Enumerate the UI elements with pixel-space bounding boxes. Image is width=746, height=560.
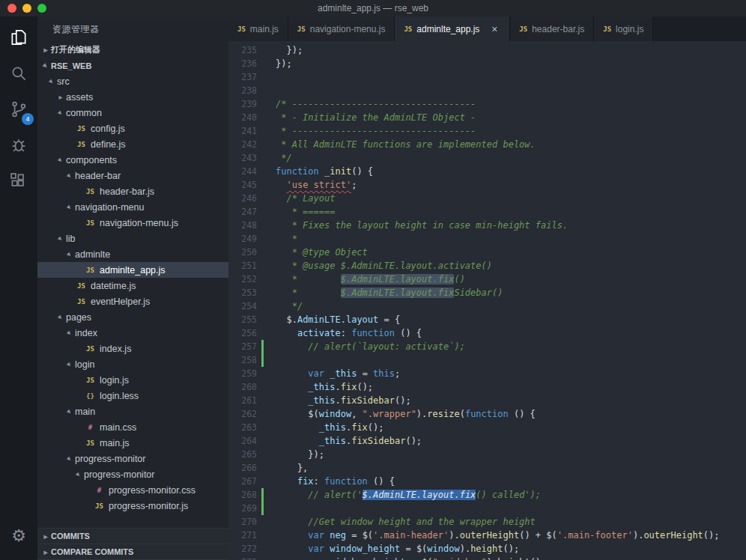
editor-tab-main.js[interactable]: JSmain.js	[228, 16, 288, 41]
tree-folder-progress-monitor[interactable]: ▸progress-monitor	[37, 466, 228, 482]
code-line-267[interactable]: 267 fix: function () {	[228, 475, 746, 488]
tree-file-navigation-menu.js[interactable]: JSnavigation-menu.js	[37, 215, 228, 231]
code-line-241[interactable]: 241 * ----------------------------------	[228, 124, 746, 138]
tree-folder-pages[interactable]: ▸pages	[37, 309, 228, 325]
code-line-260[interactable]: 260 _this.fix();	[228, 380, 746, 394]
code-text: */	[276, 151, 292, 165]
tree-folder-components[interactable]: ▸components	[37, 152, 228, 168]
open-editors-section-header[interactable]: ▸ 打开的编辑器	[37, 42, 228, 58]
close-window-button[interactable]	[7, 4, 16, 13]
code-line-272[interactable]: 272 var window_height = $(window).height…	[228, 542, 746, 556]
tree-item-label: navigation-menu.js	[100, 218, 178, 228]
tree-file-eventHelper.js[interactable]: JSeventHelper.js	[37, 293, 228, 309]
code-line-247[interactable]: 247 * ======	[228, 205, 746, 219]
code-line-249[interactable]: 249 *	[228, 232, 746, 246]
workspace-section-header[interactable]: ▸ RSE_WEB	[37, 58, 228, 73]
tree-folder-main[interactable]: ▸main	[37, 404, 228, 419]
code-line-244[interactable]: 244function _init() {	[228, 165, 746, 178]
code-line-259[interactable]: 259 var _this = this;	[228, 367, 746, 380]
code-line-246[interactable]: 246 /* Layout	[228, 192, 746, 205]
code-line-253[interactable]: 253 * $.AdminLTE.layout.fixSidebar()	[228, 286, 746, 299]
code-line-271[interactable]: 271 var neg = $('.main-header').outerHei…	[228, 529, 746, 542]
code-line-242[interactable]: 242 * All AdminLTE functions are impleme…	[228, 138, 746, 151]
settings-button[interactable]: ⚙	[0, 518, 37, 554]
tree-folder-login[interactable]: ▸login	[37, 356, 228, 372]
code-line-262[interactable]: 262 $(window, ".wrapper").resize(functio…	[228, 407, 746, 421]
editor-tab-header-bar.js[interactable]: JSheader-bar.js	[510, 16, 594, 41]
code-line-266[interactable]: 266 },	[228, 461, 746, 475]
code-line-257[interactable]: 257 // alert(`layout: activate`);	[228, 340, 746, 353]
code-line-255[interactable]: 255 $.AdminLTE.layout = {	[228, 313, 746, 326]
commits-section-header[interactable]: ▸ COMMITS	[37, 529, 228, 544]
code-line-248[interactable]: 248 * Fixes the layout height in case mi…	[228, 219, 746, 232]
js-file-icon: JS	[75, 298, 88, 305]
code-line-265[interactable]: 265 });	[228, 448, 746, 461]
code-line-264[interactable]: 264 _this.fixSidebar();	[228, 434, 746, 448]
tree-folder-navigation-menu[interactable]: ▸navigation-menu	[37, 199, 228, 215]
code-editor[interactable]: 235 });236});237238239/* ---------------…	[228, 41, 746, 560]
code-line-243[interactable]: 243 */	[228, 151, 746, 165]
explorer-activity-button[interactable]	[0, 21, 37, 57]
tree-folder-src[interactable]: ▸src	[37, 73, 228, 89]
gutter-decoration	[261, 367, 264, 380]
extensions-activity-button[interactable]	[0, 165, 37, 201]
editor-tab-adminlte_app.js[interactable]: JSadminlte_app.js×	[395, 16, 510, 41]
minimize-window-button[interactable]	[22, 4, 31, 13]
code-text: *	[276, 232, 297, 246]
code-line-250[interactable]: 250 * @type Object	[228, 246, 746, 259]
search-activity-button[interactable]	[0, 57, 37, 93]
tree-folder-assets[interactable]: ▸assets	[37, 89, 228, 105]
code-line-236[interactable]: 236});	[228, 57, 746, 70]
gutter-decoration	[261, 461, 264, 475]
tree-file-config.js[interactable]: JSconfig.js	[37, 121, 228, 136]
tree-file-datetime.js[interactable]: JSdatetime.js	[37, 278, 228, 293]
tree-item-label: header-bar	[75, 171, 121, 181]
tree-file-login.less[interactable]: {}login.less	[37, 388, 228, 404]
line-number: 261	[228, 394, 257, 407]
tree-file-header-bar.js[interactable]: JSheader-bar.js	[37, 183, 228, 199]
tree-file-main.css[interactable]: #main.css	[37, 419, 228, 435]
line-number: 239	[228, 97, 257, 111]
code-text: $(window, ".wrapper").resize(function ()…	[276, 407, 536, 421]
code-line-252[interactable]: 252 * $.AdminLTE.layout.fix()	[228, 273, 746, 286]
code-line-245[interactable]: 245 'use strict';	[228, 178, 746, 192]
tree-file-progress-monitor.js[interactable]: JSprogress-monitor.js	[37, 498, 228, 514]
tree-file-adminlte_app.js[interactable]: JSadminlte_app.js	[37, 262, 228, 278]
editor-tab-navigation-menu.js[interactable]: JSnavigation-menu.js	[288, 16, 395, 41]
tree-folder-common[interactable]: ▸common	[37, 105, 228, 121]
code-line-273[interactable]: 273 var sidebar_height = $(".sidebar").h…	[228, 556, 746, 560]
code-line-239[interactable]: 239/* ----------------------------------	[228, 97, 746, 111]
gutter-decoration	[261, 97, 264, 111]
code-line-240[interactable]: 240 * - Initialize the AdminLTE Object -	[228, 111, 746, 124]
tree-file-main.js[interactable]: JSmain.js	[37, 435, 228, 451]
code-line-268[interactable]: 268 // alert('$.AdminLTE.layout.fix() ca…	[228, 488, 746, 502]
code-line-235[interactable]: 235 });	[228, 43, 746, 57]
code-line-256[interactable]: 256 activate: function () {	[228, 326, 746, 340]
source-control-activity-button[interactable]: 4	[0, 93, 37, 129]
tree-file-progress-monitor.css[interactable]: #progress-monitor.css	[37, 482, 228, 498]
tree-folder-lib[interactable]: ▸lib	[37, 231, 228, 246]
tree-folder-adminlte[interactable]: ▸adminlte	[37, 246, 228, 262]
tree-file-define.js[interactable]: JSdefine.js	[37, 136, 228, 152]
code-line-238[interactable]: 238	[228, 84, 746, 97]
tree-folder-index[interactable]: ▸index	[37, 325, 228, 341]
tree-file-index.js[interactable]: JSindex.js	[37, 341, 228, 356]
zoom-window-button[interactable]	[37, 4, 46, 13]
editor-tab-login.js[interactable]: JSlogin.js	[594, 16, 653, 41]
code-text: // alert(`layout: activate`);	[276, 340, 465, 353]
code-text: _this.fixSidebar();	[276, 434, 422, 448]
tree-folder-header-bar[interactable]: ▸header-bar	[37, 168, 228, 183]
code-line-263[interactable]: 263 _this.fix();	[228, 421, 746, 434]
compare-commits-section-header[interactable]: ▸ COMPARE COMMITS	[37, 544, 228, 560]
code-line-269[interactable]: 269	[228, 502, 746, 515]
code-line-270[interactable]: 270 //Get window height and the wrapper …	[228, 515, 746, 529]
code-line-258[interactable]: 258	[228, 353, 746, 367]
code-line-237[interactable]: 237	[228, 70, 746, 84]
tree-file-login.js[interactable]: JSlogin.js	[37, 372, 228, 388]
code-line-251[interactable]: 251 * @usage $.AdminLTE.layout.activate(…	[228, 259, 746, 273]
debug-activity-button[interactable]	[0, 129, 37, 165]
close-icon[interactable]: ×	[488, 23, 500, 35]
code-line-254[interactable]: 254 */	[228, 299, 746, 313]
code-line-261[interactable]: 261 _this.fixSidebar();	[228, 394, 746, 407]
tree-folder-progress-monitor[interactable]: ▸progress-monitor	[37, 451, 228, 466]
